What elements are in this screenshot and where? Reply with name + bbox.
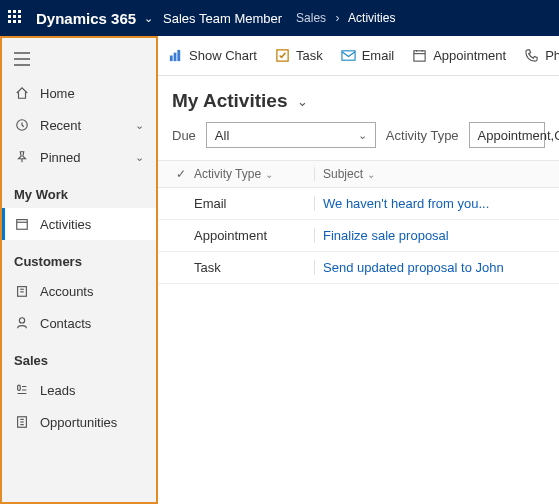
sidebar-item-label: Leads <box>40 383 75 398</box>
phone-icon <box>524 48 539 63</box>
sidebar-section-mywork: My Work <box>2 173 156 208</box>
chevron-down-icon[interactable]: ⌄ <box>135 119 144 132</box>
svg-rect-15 <box>174 53 177 61</box>
breadcrumb: Sales › Activities <box>296 11 395 25</box>
calendar-icon <box>412 48 427 63</box>
cmd-label: Email <box>362 48 395 63</box>
cell-activity-type: Appointment <box>194 228 314 243</box>
breadcrumb-parent[interactable]: Sales <box>296 11 326 25</box>
sidebar-item-activities[interactable]: Activities <box>2 208 156 240</box>
chevron-down-icon: ⌄ <box>367 169 375 180</box>
sitemap-sidebar: Home Recent ⌄ Pinned ⌄ My Work Activitie… <box>0 36 158 504</box>
accounts-icon <box>14 283 30 299</box>
breadcrumb-current: Activities <box>348 11 395 25</box>
chart-icon <box>168 48 183 63</box>
svg-rect-14 <box>170 56 173 62</box>
view-title[interactable]: My Activities <box>172 90 287 112</box>
sidebar-item-label: Accounts <box>40 284 93 299</box>
opportunities-icon <box>14 414 30 430</box>
cell-activity-type: Task <box>194 260 314 275</box>
clock-icon <box>14 117 30 133</box>
chevron-down-icon[interactable]: ⌄ <box>144 12 153 25</box>
main-content: Show Chart Task Email Appointment Phone … <box>158 36 559 504</box>
table-row[interactable]: Task Send updated proposal to John <box>158 252 559 284</box>
command-bar: Show Chart Task Email Appointment Phone … <box>158 36 559 76</box>
sidebar-item-label: Opportunities <box>40 415 117 430</box>
chevron-down-icon[interactable]: ⌄ <box>135 151 144 164</box>
contacts-icon <box>14 315 30 331</box>
svg-rect-18 <box>342 51 355 60</box>
cell-subject: Send updated proposal to John <box>314 260 559 275</box>
leads-icon <box>14 382 30 398</box>
cmd-label: Task <box>296 48 323 63</box>
activity-type-label: Activity Type <box>386 128 459 143</box>
svg-rect-4 <box>17 220 28 230</box>
sidebar-item-label: Pinned <box>40 150 80 165</box>
cmd-email[interactable]: Email <box>341 48 395 63</box>
sidebar-item-label: Home <box>40 86 75 101</box>
svg-rect-19 <box>414 51 425 61</box>
sidebar-item-label: Contacts <box>40 316 91 331</box>
activities-icon <box>14 216 30 232</box>
hamburger-button[interactable] <box>2 44 156 77</box>
cell-subject: Finalize sale proposal <box>314 228 559 243</box>
sidebar-section-sales: Sales <box>2 339 156 374</box>
cmd-label: Show Chart <box>189 48 257 63</box>
subject-link[interactable]: Finalize sale proposal <box>323 228 449 243</box>
task-icon <box>275 48 290 63</box>
cmd-label: Phone Call <box>545 48 559 63</box>
subject-link[interactable]: Send updated proposal to John <box>323 260 504 275</box>
cmd-label: Appointment <box>433 48 506 63</box>
sidebar-section-customers: Customers <box>2 240 156 275</box>
view-title-row: My Activities ⌄ <box>158 76 559 122</box>
due-value: All <box>215 128 229 143</box>
pin-icon <box>14 149 30 165</box>
sidebar-item-leads[interactable]: Leads <box>2 374 156 406</box>
sidebar-item-contacts[interactable]: Contacts <box>2 307 156 339</box>
chevron-down-icon[interactable]: ⌄ <box>297 94 308 109</box>
svg-rect-16 <box>177 50 180 61</box>
cell-subject: We haven't heard from you... <box>314 196 559 211</box>
table-row[interactable]: Email We haven't heard from you... <box>158 188 559 220</box>
col-header-activity-type[interactable]: Activity Type ⌄ <box>194 167 314 181</box>
due-select[interactable]: All ⌄ <box>206 122 376 148</box>
sidebar-item-accounts[interactable]: Accounts <box>2 275 156 307</box>
chevron-down-icon: ⌄ <box>265 169 273 180</box>
global-topbar: Dynamics 365 ⌄ Sales Team Member Sales ›… <box>0 0 559 36</box>
breadcrumb-separator: › <box>335 11 339 25</box>
filter-row: Due All ⌄ Activity Type Appointment,C <box>158 122 559 160</box>
cmd-phone-call[interactable]: Phone Call <box>524 48 559 63</box>
select-all-checkbox[interactable]: ✓ <box>168 167 194 181</box>
sidebar-item-label: Activities <box>40 217 91 232</box>
table-row[interactable]: Appointment Finalize sale proposal <box>158 220 559 252</box>
cmd-task[interactable]: Task <box>275 48 323 63</box>
app-area-label[interactable]: Sales Team Member <box>163 11 282 26</box>
home-icon <box>14 85 30 101</box>
grid-header: ✓ Activity Type ⌄ Subject ⌄ <box>158 160 559 188</box>
sidebar-item-recent[interactable]: Recent ⌄ <box>2 109 156 141</box>
app-launcher-icon[interactable] <box>8 10 24 26</box>
chevron-down-icon: ⌄ <box>358 129 367 142</box>
sidebar-item-label: Recent <box>40 118 81 133</box>
sidebar-item-home[interactable]: Home <box>2 77 156 109</box>
cmd-appointment[interactable]: Appointment <box>412 48 506 63</box>
sidebar-item-opportunities[interactable]: Opportunities <box>2 406 156 438</box>
activity-type-select[interactable]: Appointment,C <box>469 122 545 148</box>
activity-type-value: Appointment,C <box>478 128 559 143</box>
cmd-show-chart[interactable]: Show Chart <box>168 48 257 63</box>
email-icon <box>341 48 356 63</box>
subject-link[interactable]: We haven't heard from you... <box>323 196 489 211</box>
col-header-subject[interactable]: Subject ⌄ <box>314 167 559 181</box>
due-label: Due <box>172 128 196 143</box>
sidebar-item-pinned[interactable]: Pinned ⌄ <box>2 141 156 173</box>
svg-point-9 <box>19 318 24 323</box>
brand-label[interactable]: Dynamics 365 <box>36 10 136 27</box>
cell-activity-type: Email <box>194 196 314 211</box>
